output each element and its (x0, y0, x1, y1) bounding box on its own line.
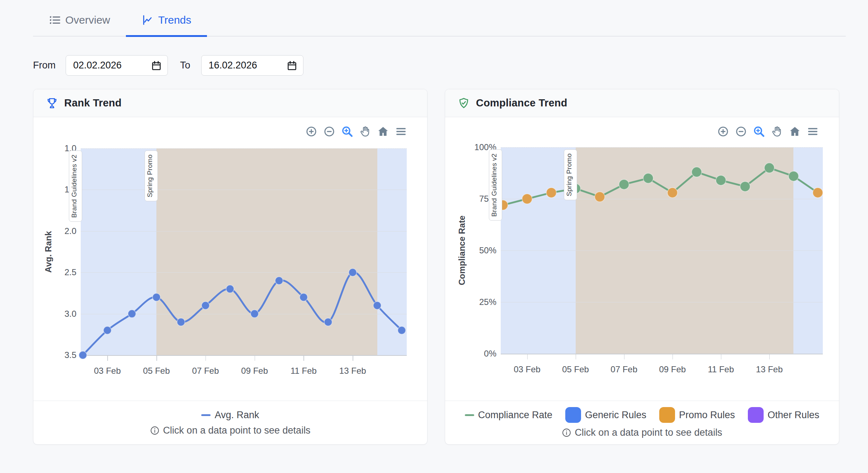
toolbar-selection-zoom-icon[interactable] (753, 125, 765, 138)
toolbar-menu-icon[interactable] (395, 125, 407, 138)
to-date-input[interactable]: 16.02.2026 (201, 55, 303, 76)
calendar-icon[interactable] (287, 60, 297, 71)
data-point[interactable] (667, 188, 678, 198)
compliance-chart-plot[interactable]: 100%75%50%25%0%03 Feb05 Feb07 Feb09 Feb1… (501, 147, 823, 354)
line-chart-icon (142, 14, 154, 26)
legend-dash-marker (465, 414, 474, 416)
rank-chart-legend: Avg. Rank (201, 410, 259, 421)
data-point[interactable] (546, 188, 556, 198)
y-axis-label: 3.5 (65, 350, 76, 360)
toolbar-zoom-out-icon[interactable] (735, 125, 747, 138)
legend-item-other-rules[interactable]: Other Rules (748, 407, 819, 423)
toolbar-pan-icon[interactable] (359, 125, 372, 138)
data-point[interactable] (740, 181, 750, 191)
page: Overview Trends From 02.02.2026 (0, 0, 868, 473)
data-point[interactable] (643, 173, 653, 183)
data-point[interactable] (595, 192, 605, 202)
data-point[interactable] (522, 194, 532, 204)
legend-swatch-marker (659, 407, 675, 423)
x-axis-label: 13 Feb (339, 366, 366, 376)
data-point[interactable] (692, 167, 702, 177)
data-point[interactable] (373, 302, 381, 310)
toolbar-pan-icon[interactable] (770, 125, 783, 138)
legend-label: Compliance Rate (478, 410, 552, 421)
data-point[interactable] (813, 188, 823, 198)
x-axis-tick (255, 356, 255, 361)
compliance-chart-legend: Compliance RateGeneric RulesPromo RulesO… (465, 407, 819, 423)
annotation-label: Brand Guidelines v2 (69, 150, 82, 222)
legend-dash-marker (201, 414, 211, 416)
rank-card-header: Rank Trend (33, 89, 427, 117)
data-point[interactable] (299, 293, 307, 301)
legend-swatch-marker (565, 407, 581, 423)
to-date-value: 16.02.2026 (209, 60, 257, 71)
toolbar-menu-icon[interactable] (806, 125, 819, 138)
tab-overview[interactable]: Overview (33, 4, 126, 36)
legend-label: Other Rules (768, 410, 819, 421)
toolbar-zoom-in-icon[interactable] (305, 125, 318, 138)
rank-series (81, 148, 407, 355)
calendar-icon[interactable] (151, 60, 162, 71)
legend-swatch-marker (748, 407, 764, 423)
data-point[interactable] (128, 310, 136, 318)
compliance-chart-toolbar (717, 125, 819, 138)
x-axis-label: 03 Feb (94, 366, 121, 376)
data-point[interactable] (177, 318, 185, 326)
data-point[interactable] (202, 302, 209, 310)
rank-chart-plot[interactable]: 1.01.52.02.53.03.503 Feb05 Feb07 Feb09 F… (81, 148, 407, 355)
x-axis-label: 05 Feb (562, 364, 589, 374)
data-point[interactable] (226, 285, 234, 293)
y-axis-label: 2.0 (65, 226, 76, 236)
series-line (503, 168, 818, 205)
data-point[interactable] (275, 277, 283, 285)
tab-trends[interactable]: Trends (126, 4, 207, 36)
x-axis-label: 07 Feb (610, 364, 637, 374)
x-axis-tick (303, 356, 304, 361)
toolbar-zoom-out-icon[interactable] (323, 125, 336, 138)
data-point[interactable] (152, 293, 160, 301)
data-point[interactable] (103, 326, 111, 334)
compliance-card-footer: Compliance RateGeneric RulesPromo RulesO… (445, 401, 839, 444)
gridline (81, 355, 407, 356)
rank-chart-note: Click on a data point to see details (150, 425, 310, 436)
toolbar-selection-zoom-icon[interactable] (341, 125, 354, 138)
x-axis-tick (156, 356, 157, 361)
rank-chart-toolbar (305, 125, 407, 138)
data-point[interactable] (764, 163, 774, 173)
x-axis-label: 09 Feb (241, 366, 268, 376)
legend-item-compliance-rate[interactable]: Compliance Rate (465, 410, 552, 421)
y-axis-label: 2.5 (65, 267, 76, 277)
rank-trend-card: Rank Trend 1.01.52.02.53.03.503 Feb05 Fe… (33, 89, 428, 445)
data-point[interactable] (788, 171, 798, 181)
data-point[interactable] (251, 310, 259, 318)
toolbar-home-icon[interactable] (377, 125, 390, 138)
toolbar-zoom-in-icon[interactable] (717, 125, 730, 138)
x-axis-tick (769, 354, 770, 359)
x-axis-tick (624, 354, 625, 359)
x-axis-label: 11 Feb (291, 366, 317, 376)
legend-item-generic-rules[interactable]: Generic Rules (565, 407, 646, 423)
data-point[interactable] (79, 351, 87, 359)
toolbar-home-icon[interactable] (788, 125, 801, 138)
data-point[interactable] (324, 318, 332, 326)
data-point[interactable] (398, 326, 406, 334)
to-label: To (180, 60, 190, 71)
x-axis-label: 07 Feb (192, 366, 219, 376)
active-tab-indicator (126, 35, 207, 37)
data-point[interactable] (619, 180, 629, 190)
legend-item-promo-rules[interactable]: Promo Rules (659, 407, 735, 423)
data-point[interactable] (349, 268, 357, 276)
from-date-value: 02.02.2026 (73, 60, 122, 71)
data-point[interactable] (716, 175, 726, 185)
x-axis-label: 09 Feb (659, 364, 686, 374)
compliance-card-title: Compliance Trend (476, 97, 567, 109)
x-axis-tick (576, 354, 576, 359)
annotation-label: Spring Promo (145, 150, 158, 201)
from-date-input[interactable]: 02.02.2026 (66, 55, 168, 76)
legend-item-avg-rank[interactable]: Avg. Rank (201, 410, 259, 421)
annotation-label: Brand Guidelines v2 (489, 149, 502, 221)
x-axis-label: 11 Feb (708, 364, 734, 374)
x-axis-label: 05 Feb (143, 366, 170, 376)
x-axis-tick (206, 356, 206, 361)
legend-label: Generic Rules (585, 410, 646, 421)
